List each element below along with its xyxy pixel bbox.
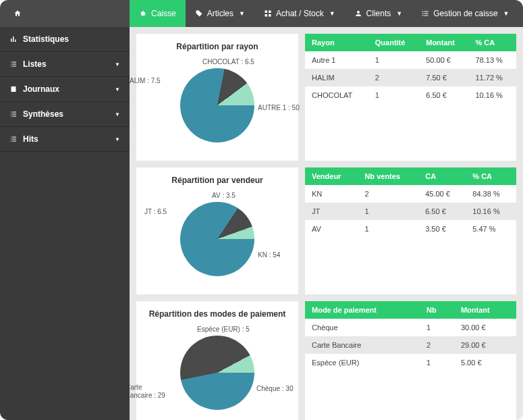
book-icon — [9, 85, 18, 93]
svg-rect-10 — [424, 16, 429, 16]
nav-caisse-label: Caisse — [151, 9, 176, 18]
chart-title: Répartition par rayon — [142, 42, 293, 51]
svg-rect-22 — [12, 112, 16, 113]
table-header: Quantité — [368, 34, 419, 51]
table-cell: 50.00 € — [419, 51, 468, 69]
chevron-down-icon: ▼ — [115, 61, 120, 68]
sidebar-journaux-label: Journaux — [23, 84, 59, 94]
table-cell: 5.00 € — [454, 354, 516, 371]
table-cell: CHOCOLAT — [305, 86, 368, 104]
svg-rect-18 — [11, 66, 11, 67]
nav-achat[interactable]: Achat / Stock ▼ — [254, 0, 345, 27]
pie-label: Chèque : 30 — [256, 385, 294, 393]
data-table: Mode de paiementNbMontantChèque130.00 €C… — [305, 301, 516, 371]
table-row: Carte Bancaire229.00 € — [305, 336, 516, 354]
table-cell: 1 — [368, 51, 419, 69]
table-header: Vendeur — [305, 167, 358, 185]
sidebar: Statistiques Listes ▼ Journaux ▼ Synthès… — [0, 27, 130, 420]
table-cell: 11.72 % — [469, 69, 517, 86]
table-cell: Carte Bancaire — [305, 336, 420, 354]
svg-rect-6 — [424, 11, 429, 12]
svg-rect-32 — [12, 141, 16, 142]
svg-rect-14 — [11, 62, 11, 63]
svg-rect-27 — [11, 137, 11, 138]
pie-chart — [180, 336, 254, 410]
svg-rect-17 — [12, 64, 16, 65]
list-icon — [421, 9, 429, 18]
chevron-down-icon: ▼ — [115, 86, 120, 93]
sidebar-syntheses[interactable]: Synthèses ▼ — [0, 102, 130, 127]
chart-card: Répartition par rayonCHOCOLAT : 6.5ALIM … — [136, 34, 298, 161]
svg-rect-21 — [11, 112, 11, 113]
nav-clients[interactable]: Clients ▼ — [345, 0, 412, 27]
chevron-down-icon: ▼ — [115, 136, 120, 142]
caret-icon: ▼ — [396, 10, 402, 17]
table-header: % CA — [466, 167, 516, 185]
chart-card: Répartition par vendeurAV : 3.5JT : 6.5K… — [136, 167, 298, 294]
pie-label: KN : 54 — [258, 251, 280, 259]
sidebar-stats[interactable]: Statistiques — [0, 27, 130, 52]
main-content: Répartition par rayonCHOCOLAT : 6.5ALIM … — [130, 27, 523, 420]
nav-articles-label: Articles — [207, 9, 233, 18]
svg-rect-8 — [424, 14, 429, 14]
table-cell: 2 — [368, 69, 419, 86]
topnav-spacer — [35, 0, 130, 27]
svg-rect-31 — [11, 141, 11, 142]
svg-rect-13 — [15, 40, 16, 43]
table-cell: 84.38 % — [466, 185, 516, 203]
svg-rect-9 — [422, 16, 424, 16]
list-icon — [9, 60, 18, 68]
pie-chart — [180, 202, 254, 276]
caret-icon: ▼ — [239, 10, 245, 17]
chart-body: Espèce (EUR) : 5CarteBancaire : 29Chèque… — [142, 325, 293, 420]
sidebar-listes[interactable]: Listes ▼ — [0, 52, 130, 77]
data-table: VendeurNb ventesCA% CAKN245.00 €84.38 %J… — [305, 167, 516, 238]
pie-label: Espèce (EUR) : 5 — [197, 325, 250, 334]
table-cell: 6.50 € — [419, 86, 468, 104]
table-cell: 30.00 € — [454, 319, 516, 336]
table-cell: 1 — [420, 319, 454, 336]
table-card: VendeurNb ventesCA% CAKN245.00 €84.38 %J… — [305, 167, 516, 294]
data-table: RayonQuantitéMontant% CAAutre 1150.00 €7… — [305, 34, 516, 104]
section-1: Répartition par vendeurAV : 3.5JT : 6.5K… — [136, 167, 516, 294]
svg-rect-28 — [12, 137, 16, 138]
pie-label: CHOCOLAT : 6.5 — [202, 58, 254, 66]
table-cell: 45.00 € — [418, 185, 466, 203]
nav-caisse[interactable]: Caisse — [130, 0, 186, 27]
table-row: JT16.50 €10.16 % — [305, 203, 516, 220]
chart-title: Répartition des modes de paiement — [142, 309, 293, 319]
nav-articles[interactable]: Articles ▼ — [186, 0, 254, 27]
svg-rect-5 — [422, 11, 424, 12]
table-header: Montant — [454, 301, 516, 319]
chart-card: Répartition des modes de paiementEspèce … — [136, 301, 298, 420]
svg-rect-2 — [265, 14, 267, 17]
svg-rect-30 — [12, 139, 16, 140]
caret-icon: ▼ — [503, 10, 510, 17]
list-icon — [9, 135, 18, 143]
table-card: Mode de paiementNbMontantChèque130.00 €C… — [305, 301, 516, 420]
table-header: % CA — [469, 34, 517, 51]
tag-icon — [195, 9, 203, 18]
nav-gestion[interactable]: Gestion de caisse ▼ — [412, 0, 518, 27]
home-button[interactable] — [0, 0, 35, 27]
svg-rect-20 — [11, 86, 16, 92]
table-cell: 1 — [358, 203, 418, 220]
chart-body: CHOCOLAT : 6.5ALIM : 7.5AUTRE 1 : 50 — [142, 58, 293, 153]
table-cell: 6.50 € — [418, 203, 466, 220]
table-cell: Autre 1 — [305, 51, 368, 69]
section-0: Répartition par rayonCHOCOLAT : 6.5ALIM … — [136, 34, 516, 161]
sidebar-journaux[interactable]: Journaux ▼ — [0, 77, 130, 102]
svg-rect-12 — [13, 36, 14, 42]
sidebar-hits[interactable]: Hits ▼ — [0, 127, 130, 152]
table-row: Autre 1150.00 €78.13 % — [305, 51, 516, 69]
table-header: Nb — [420, 301, 454, 319]
svg-rect-25 — [11, 116, 11, 117]
table-cell: AV — [305, 220, 358, 238]
table-cell: KN — [305, 185, 358, 203]
pie-label: JT : 6.5 — [144, 208, 167, 216]
svg-rect-15 — [12, 62, 16, 63]
caret-icon: ▼ — [329, 10, 335, 17]
table-header: CA — [418, 167, 466, 185]
table-cell: Chèque — [305, 319, 420, 336]
body: Statistiques Listes ▼ Journaux ▼ Synthès… — [0, 27, 523, 420]
